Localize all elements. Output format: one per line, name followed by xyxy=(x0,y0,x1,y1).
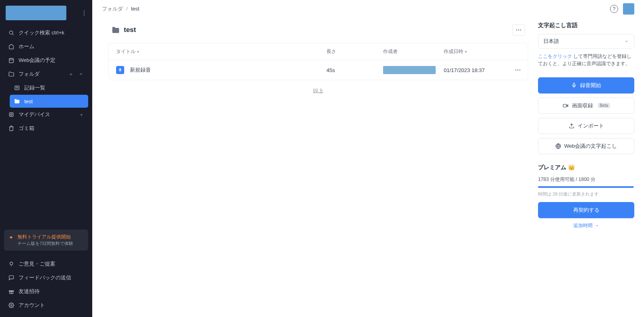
row-more-button[interactable] xyxy=(504,69,521,71)
svg-point-20 xyxy=(516,30,517,31)
topbar: フォルダ / test ? xyxy=(92,0,644,18)
svg-line-4 xyxy=(13,34,14,35)
trial-card[interactable]: ✦ 無料トライアル提供開始 チーム版を7日間無料で体験 xyxy=(4,230,88,251)
svg-point-2 xyxy=(84,15,85,16)
usage-progress xyxy=(538,186,634,188)
breadcrumb-parent[interactable]: フォルダ xyxy=(102,5,123,13)
record-table: タイトル▾ 長さ 作成者 作成日時▾ 新規録音 45s 01/17/202 xyxy=(108,43,528,80)
right-panel: 文字起こし言語 日本語 ここをクリック して専門用語などを登録しておくと、より正… xyxy=(538,18,634,307)
chevron-down-icon xyxy=(624,39,629,44)
hint-link[interactable]: ここをクリック xyxy=(538,54,572,59)
trial-subtitle: チーム版を7日間無料で体験 xyxy=(17,240,73,247)
nav-my-device[interactable]: マイデバイス + xyxy=(4,108,88,121)
svg-point-1 xyxy=(84,13,85,14)
beta-badge: Beta xyxy=(598,103,610,108)
svg-point-3 xyxy=(9,31,13,34)
usage-text: 1783 分使用可能 / 1800 分 xyxy=(538,176,634,183)
globe-icon xyxy=(555,143,561,149)
breadcrumb: フォルダ / test xyxy=(102,5,140,13)
nav-home-label: ホーム xyxy=(19,43,34,50)
folder-open-icon xyxy=(14,98,20,104)
sidebar: クイック検索 ctrl+k ホーム Web会議の予定 フォルダ + 記録一 xyxy=(0,0,92,317)
premium-title: プレミアム 👑 xyxy=(538,164,634,171)
nav-account[interactable]: アカウント xyxy=(4,298,88,312)
folder-icon xyxy=(112,26,120,34)
lang-hint: ここをクリック して専門用語などを登録しておくと、より正確に音声認識できます。 xyxy=(538,53,634,68)
language-select[interactable]: 日本語 xyxy=(538,34,634,49)
nav-account-label: アカウント xyxy=(19,302,45,309)
row-length: 45s xyxy=(326,67,383,73)
sidebar-menu-button[interactable] xyxy=(82,9,87,17)
svg-point-19 xyxy=(11,304,12,306)
record-button[interactable]: 録音開始 xyxy=(538,77,634,94)
svg-point-21 xyxy=(518,30,519,31)
row-author xyxy=(383,66,436,74)
breadcrumb-current: test xyxy=(131,6,140,12)
nav-home[interactable]: ホーム xyxy=(4,40,88,53)
th-length[interactable]: 長さ xyxy=(326,48,383,55)
logo[interactable] xyxy=(6,6,66,20)
nav-my-device-label: マイデバイス xyxy=(19,111,50,118)
svg-rect-29 xyxy=(563,104,566,107)
nav-records-list[interactable]: 記録一覧 xyxy=(10,81,88,95)
svg-rect-12 xyxy=(9,113,13,116)
nav-web-meeting-label: Web会議の予定 xyxy=(19,57,56,64)
mic-icon xyxy=(571,83,577,88)
avatar[interactable] xyxy=(623,3,634,15)
nav-folder-test-label: test xyxy=(24,98,33,104)
trial-title: 無料トライアル提供開始 xyxy=(17,234,73,240)
add-folder-button[interactable]: + xyxy=(68,71,74,77)
th-date[interactable]: 作成日時▾ xyxy=(444,48,504,55)
chat-icon xyxy=(8,274,15,281)
svg-rect-13 xyxy=(11,114,12,115)
nav-web-meeting[interactable]: Web会議の予定 xyxy=(4,53,88,67)
import-button[interactable]: インポート xyxy=(538,118,634,134)
lightbulb-icon xyxy=(8,261,15,267)
th-title[interactable]: タイトル▾ xyxy=(116,48,326,55)
device-icon xyxy=(8,111,15,118)
help-button[interactable]: ? xyxy=(610,5,618,13)
folder-title: test xyxy=(124,26,136,34)
quick-search-label: クイック検索 ctrl+k xyxy=(19,29,64,36)
add-time-link[interactable]: 追加時間 → xyxy=(538,222,634,229)
nav-send-feedback[interactable]: フィードバックの送信 xyxy=(4,271,88,285)
renew-button[interactable]: 再契約する xyxy=(538,202,634,218)
list-icon xyxy=(14,85,20,91)
th-author[interactable]: 作成者 xyxy=(383,48,444,55)
nav-records-list-label: 記録一覧 xyxy=(24,84,45,91)
svg-point-26 xyxy=(519,70,521,71)
nav-folder-test[interactable]: test xyxy=(10,95,88,108)
folder-more-button[interactable] xyxy=(512,24,525,36)
language-selected: 日本語 xyxy=(543,38,559,45)
add-device-button[interactable]: + xyxy=(78,112,84,118)
search-icon xyxy=(8,30,15,36)
lang-title: 文字起こし言語 xyxy=(538,22,634,29)
home-icon xyxy=(8,43,15,50)
svg-point-25 xyxy=(517,70,519,71)
screen-record-button[interactable]: 画面収録 Beta xyxy=(538,98,634,114)
main: フォルダ / test ? test タイ xyxy=(92,0,644,317)
svg-point-22 xyxy=(520,30,521,31)
table-row[interactable]: 新規録音 45s 01/17/2023 18:37 xyxy=(109,60,528,80)
collapse-folder-button[interactable] xyxy=(78,72,84,76)
nav-invite[interactable]: 友達招待 xyxy=(4,285,88,298)
svg-point-14 xyxy=(10,262,13,265)
nav-trash[interactable]: ゴミ箱 xyxy=(4,121,88,135)
nav-send-feedback-label: フィードバックの送信 xyxy=(19,274,71,281)
gift-icon xyxy=(8,288,15,295)
nav-feedback-idea-label: ご意見・ご提案 xyxy=(19,260,55,268)
web-meeting-transcribe-button[interactable]: Web会議の文字起こし xyxy=(538,138,634,154)
row-title: 新規録音 xyxy=(130,66,151,74)
nav-folder[interactable]: フォルダ + xyxy=(4,67,88,81)
svg-point-24 xyxy=(515,70,517,71)
gear-icon xyxy=(8,302,15,308)
svg-rect-5 xyxy=(9,58,14,63)
nav-invite-label: 友達招待 xyxy=(19,288,40,295)
quick-search[interactable]: クイック検索 ctrl+k xyxy=(4,26,88,40)
upload-icon xyxy=(569,123,574,129)
nav-trash-label: ゴミ箱 xyxy=(19,125,34,132)
mic-icon xyxy=(116,66,124,74)
nav-feedback-idea[interactable]: ご意見・ご提案 xyxy=(4,257,88,271)
calendar-icon xyxy=(8,57,15,64)
svg-rect-27 xyxy=(573,83,575,86)
